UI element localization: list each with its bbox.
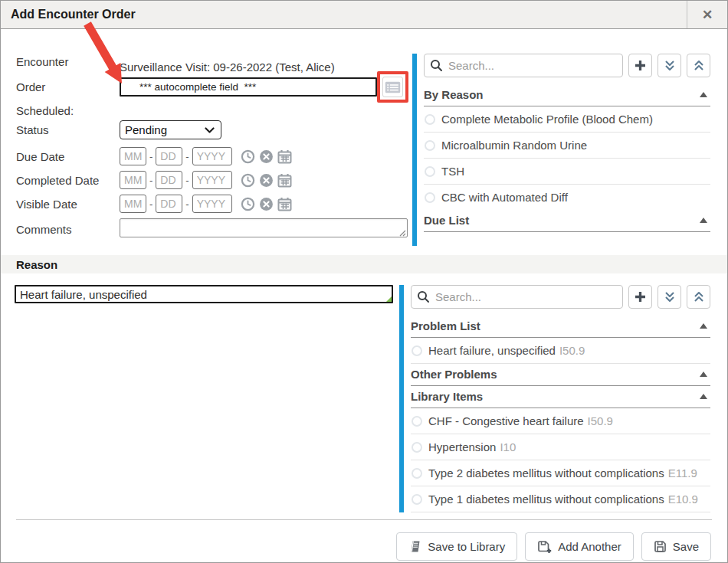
order-item-label: CBC with Automated Diff xyxy=(441,191,568,204)
visible-date-day-input[interactable] xyxy=(156,195,182,213)
orders-panel: By Reason Complete Metabolic Profile (Bl… xyxy=(412,54,710,246)
clear-date-icon[interactable] xyxy=(259,173,274,188)
save-button[interactable]: Save xyxy=(641,532,711,561)
due-date-month-input[interactable] xyxy=(120,147,146,165)
search-icon xyxy=(417,290,430,303)
radio-icon[interactable] xyxy=(412,468,422,479)
reason-item[interactable]: Type 1 diabetes mellitus without complic… xyxy=(411,486,710,512)
encounter-label: Encounter xyxy=(16,54,120,68)
order-item[interactable]: TSH xyxy=(424,159,710,185)
clear-date-icon[interactable] xyxy=(259,197,274,211)
radio-icon[interactable] xyxy=(425,166,435,177)
reason-input[interactable] xyxy=(15,285,393,303)
orders-search-input[interactable] xyxy=(424,54,623,77)
radio-icon[interactable] xyxy=(425,140,435,151)
expand-all-button[interactable] xyxy=(657,54,681,77)
collapse-all-button[interactable] xyxy=(687,285,710,309)
save-label: Save xyxy=(673,540,699,553)
save-to-library-label: Save to Library xyxy=(428,540,505,553)
reason-item[interactable]: Heart failure, unspecifiedI50.9 xyxy=(411,338,710,364)
due-date-year-input[interactable] xyxy=(192,147,232,165)
reason-item-label: Type 1 diabetes mellitus without complic… xyxy=(428,493,664,506)
section-title: Library Items xyxy=(411,390,483,403)
expand-all-button[interactable] xyxy=(657,285,681,309)
close-button[interactable]: ✕ xyxy=(687,1,727,28)
double-chevron-up-icon xyxy=(693,291,705,303)
clock-icon[interactable] xyxy=(241,197,255,211)
order-item-label: Complete Metabolic Profile (Blood Chem) xyxy=(441,113,653,126)
reason-item-label: CHF - Congestive heart failure xyxy=(428,414,584,427)
order-item[interactable]: Microalbumin Random Urine xyxy=(424,133,710,159)
add-order-button[interactable] xyxy=(628,54,652,77)
radio-icon[interactable] xyxy=(412,494,422,505)
radio-icon[interactable] xyxy=(412,345,422,356)
visible-date-row: Visible Date - - xyxy=(16,195,412,213)
due-date-label: Due Date xyxy=(16,150,120,163)
section-header-library-items[interactable]: Library Items xyxy=(411,386,710,408)
radio-icon[interactable] xyxy=(412,416,422,427)
order-item-label: Microalbumin Random Urine xyxy=(441,139,587,152)
section-header-problem-list[interactable]: Problem List xyxy=(411,316,710,338)
reasons-panel-toolbar xyxy=(411,285,710,309)
section-title: Other Problems xyxy=(411,368,497,381)
close-icon: ✕ xyxy=(702,7,713,23)
add-another-label: Add Another xyxy=(558,540,621,553)
section-title: By Reason xyxy=(424,88,484,101)
save-to-library-button[interactable]: Save to Library xyxy=(396,532,517,561)
section-header-by-reason[interactable]: By Reason xyxy=(424,84,710,106)
order-item-label: TSH xyxy=(441,165,464,178)
visible-date-month-input[interactable] xyxy=(120,195,146,213)
comments-textarea[interactable] xyxy=(120,218,408,237)
date-separator: - xyxy=(149,151,152,162)
date-separator: - xyxy=(185,198,189,210)
status-row: Status Pending xyxy=(16,120,412,139)
visible-date-year-input[interactable] xyxy=(192,195,232,213)
collapse-triangle-icon xyxy=(700,372,707,377)
status-select[interactable]: Pending xyxy=(120,120,221,139)
dialog-titlebar: Add Encounter Order ✕ xyxy=(1,1,727,29)
order-item[interactable]: CBC with Automated Diff xyxy=(424,185,710,210)
icd-code: I50.9 xyxy=(559,344,585,357)
completed-date-month-input[interactable] xyxy=(120,171,146,189)
top-section: Encounter Surveillance Visit: 09-26-2022… xyxy=(1,29,727,246)
reason-item[interactable]: HypertensionI10 xyxy=(411,434,710,460)
status-label: Status xyxy=(16,123,120,136)
list-icon xyxy=(385,81,401,93)
reasons-search-input[interactable] xyxy=(411,285,623,309)
chevron-down-icon xyxy=(205,127,215,133)
save-plus-icon xyxy=(537,540,552,554)
section-header-due-list[interactable]: Due List xyxy=(424,210,710,232)
radio-icon[interactable] xyxy=(425,114,435,125)
add-another-button[interactable]: Add Another xyxy=(525,532,634,561)
completed-date-year-input[interactable] xyxy=(192,171,232,189)
calendar-icon[interactable] xyxy=(277,197,292,211)
clock-icon[interactable] xyxy=(241,149,255,164)
book-icon xyxy=(408,540,421,553)
double-chevron-down-icon xyxy=(664,291,676,303)
calendar-icon[interactable] xyxy=(277,173,292,188)
order-autocomplete-input[interactable] xyxy=(120,77,377,97)
section-header-other-problems[interactable]: Other Problems xyxy=(411,364,710,386)
scheduled-row: Scheduled: xyxy=(16,104,412,117)
icd-code: I10 xyxy=(500,440,516,453)
order-item[interactable]: Complete Metabolic Profile (Blood Chem) xyxy=(424,106,710,133)
radio-icon[interactable] xyxy=(425,192,435,203)
completed-date-day-input[interactable] xyxy=(156,171,182,189)
clock-icon[interactable] xyxy=(241,173,255,188)
footer-actions: Save to Library Add Another Save xyxy=(1,520,727,561)
reason-item[interactable]: Type 2 diabetes mellitus without complic… xyxy=(411,460,710,486)
reason-item-label: Hypertension xyxy=(428,440,496,453)
collapse-triangle-icon xyxy=(700,92,707,97)
radio-icon[interactable] xyxy=(412,442,422,453)
save-icon xyxy=(654,540,667,553)
due-date-day-input[interactable] xyxy=(156,147,182,165)
reason-item[interactable]: CHF - Congestive heart failureI50.9 xyxy=(411,408,710,434)
clear-date-icon[interactable] xyxy=(259,149,274,164)
calendar-icon[interactable] xyxy=(277,149,292,164)
collapse-triangle-icon xyxy=(700,218,707,223)
collapse-all-button[interactable] xyxy=(687,54,710,77)
comments-row: Comments xyxy=(16,218,412,241)
add-reason-button[interactable] xyxy=(628,285,652,309)
reason-item-label: Type 2 diabetes mellitus without complic… xyxy=(428,466,664,480)
order-picker-button[interactable] xyxy=(382,77,403,97)
